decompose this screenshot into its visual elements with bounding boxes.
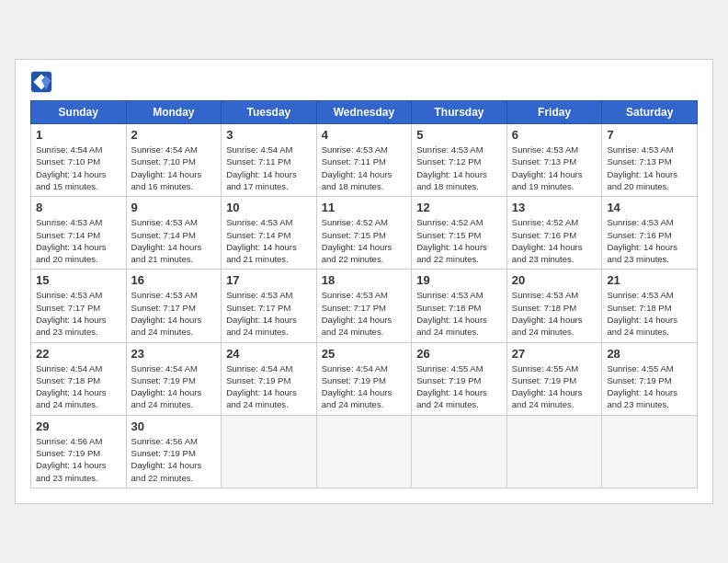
calendar-day-cell: 8 Sunrise: 4:53 AMSunset: 7:14 PMDayligh…	[31, 197, 127, 270]
calendar-day-cell: 14 Sunrise: 4:53 AMSunset: 7:16 PMDaylig…	[602, 197, 698, 270]
calendar-day-cell: 4 Sunrise: 4:53 AMSunset: 7:11 PMDayligh…	[316, 124, 412, 197]
calendar-day-cell: 3 Sunrise: 4:54 AMSunset: 7:11 PMDayligh…	[222, 124, 317, 197]
logo-icon	[30, 71, 52, 93]
day-info: Sunrise: 4:53 AMSunset: 7:17 PMDaylight:…	[226, 289, 312, 338]
day-number: 29	[36, 419, 121, 433]
calendar-day-cell: 17 Sunrise: 4:53 AMSunset: 7:17 PMDaylig…	[222, 270, 317, 342]
day-number: 10	[226, 201, 312, 214]
day-info: Sunrise: 4:52 AMSunset: 7:16 PMDaylight:…	[512, 216, 597, 265]
day-info: Sunrise: 4:53 AMSunset: 7:18 PMDaylight:…	[607, 289, 692, 338]
day-info: Sunrise: 4:54 AMSunset: 7:18 PMDaylight:…	[36, 362, 121, 411]
day-number: 4	[322, 128, 407, 142]
day-of-week-header: Friday	[506, 101, 602, 124]
day-number: 14	[607, 201, 692, 214]
calendar-day-cell: 9 Sunrise: 4:53 AMSunset: 7:14 PMDayligh…	[126, 197, 222, 270]
day-info: Sunrise: 4:52 AMSunset: 7:15 PMDaylight:…	[416, 216, 502, 265]
day-number: 22	[36, 347, 121, 361]
day-number: 25	[322, 347, 407, 361]
day-number: 9	[131, 201, 217, 214]
calendar-day-cell: 13 Sunrise: 4:52 AMSunset: 7:16 PMDaylig…	[506, 197, 602, 270]
day-number: 28	[607, 347, 692, 361]
calendar-day-cell: 22 Sunrise: 4:54 AMSunset: 7:18 PMDaylig…	[31, 342, 127, 415]
day-number: 3	[226, 128, 312, 142]
day-number: 16	[131, 273, 217, 287]
calendar-day-cell	[222, 415, 317, 488]
day-number: 27	[512, 347, 597, 361]
calendar-day-cell	[412, 415, 507, 488]
day-info: Sunrise: 4:52 AMSunset: 7:15 PMDaylight:…	[322, 216, 407, 265]
day-info: Sunrise: 4:54 AMSunset: 7:19 PMDaylight:…	[226, 362, 312, 411]
calendar-week-row: 1 Sunrise: 4:54 AMSunset: 7:10 PMDayligh…	[31, 124, 698, 197]
day-info: Sunrise: 4:55 AMSunset: 7:19 PMDaylight:…	[607, 362, 692, 411]
calendar-day-cell: 23 Sunrise: 4:54 AMSunset: 7:19 PMDaylig…	[126, 342, 222, 415]
calendar-day-cell: 18 Sunrise: 4:53 AMSunset: 7:17 PMDaylig…	[316, 270, 412, 342]
calendar-day-cell: 24 Sunrise: 4:54 AMSunset: 7:19 PMDaylig…	[222, 342, 317, 415]
day-number: 2	[131, 128, 217, 142]
day-info: Sunrise: 4:53 AMSunset: 7:13 PMDaylight:…	[512, 144, 597, 192]
day-info: Sunrise: 4:53 AMSunset: 7:16 PMDaylight:…	[607, 216, 692, 265]
day-info: Sunrise: 4:55 AMSunset: 7:19 PMDaylight:…	[512, 362, 597, 411]
day-info: Sunrise: 4:53 AMSunset: 7:13 PMDaylight:…	[607, 144, 692, 192]
day-info: Sunrise: 4:54 AMSunset: 7:11 PMDaylight:…	[226, 144, 312, 192]
day-info: Sunrise: 4:53 AMSunset: 7:12 PMDaylight:…	[416, 144, 502, 192]
day-info: Sunrise: 4:53 AMSunset: 7:18 PMDaylight:…	[512, 289, 597, 338]
calendar-day-cell: 11 Sunrise: 4:52 AMSunset: 7:15 PMDaylig…	[316, 197, 412, 270]
calendar-day-cell: 5 Sunrise: 4:53 AMSunset: 7:12 PMDayligh…	[412, 124, 507, 197]
calendar-day-cell: 12 Sunrise: 4:52 AMSunset: 7:15 PMDaylig…	[412, 197, 507, 270]
calendar-grid: SundayMondayTuesdayWednesdayThursdayFrid…	[30, 100, 698, 488]
day-info: Sunrise: 4:53 AMSunset: 7:14 PMDaylight:…	[131, 216, 217, 265]
day-of-week-header: Sunday	[31, 101, 127, 124]
day-info: Sunrise: 4:56 AMSunset: 7:19 PMDaylight:…	[131, 435, 217, 484]
calendar-day-cell: 30 Sunrise: 4:56 AMSunset: 7:19 PMDaylig…	[126, 415, 222, 488]
calendar-week-row: 15 Sunrise: 4:53 AMSunset: 7:17 PMDaylig…	[31, 270, 698, 342]
calendar-day-cell	[602, 415, 698, 488]
calendar-day-cell	[506, 415, 602, 488]
calendar-container: SundayMondayTuesdayWednesdayThursdayFrid…	[15, 59, 713, 504]
calendar-day-cell: 15 Sunrise: 4:53 AMSunset: 7:17 PMDaylig…	[31, 270, 127, 342]
day-number: 19	[416, 273, 502, 287]
calendar-day-cell: 25 Sunrise: 4:54 AMSunset: 7:19 PMDaylig…	[316, 342, 412, 415]
day-of-week-header: Wednesday	[316, 101, 412, 124]
day-info: Sunrise: 4:56 AMSunset: 7:19 PMDaylight:…	[36, 435, 121, 484]
logo	[30, 71, 56, 93]
day-number: 30	[131, 419, 217, 433]
day-of-week-header: Tuesday	[222, 101, 317, 124]
day-number: 6	[512, 128, 597, 142]
day-number: 1	[36, 128, 121, 142]
calendar-week-row: 22 Sunrise: 4:54 AMSunset: 7:18 PMDaylig…	[31, 342, 698, 415]
day-number: 7	[607, 128, 692, 142]
calendar-day-cell: 26 Sunrise: 4:55 AMSunset: 7:19 PMDaylig…	[412, 342, 507, 415]
calendar-day-cell	[316, 415, 412, 488]
day-number: 24	[226, 347, 312, 361]
calendar-day-cell: 29 Sunrise: 4:56 AMSunset: 7:19 PMDaylig…	[31, 415, 127, 488]
day-info: Sunrise: 4:53 AMSunset: 7:14 PMDaylight:…	[226, 216, 312, 265]
day-info: Sunrise: 4:54 AMSunset: 7:10 PMDaylight:…	[131, 144, 217, 192]
calendar-week-row: 8 Sunrise: 4:53 AMSunset: 7:14 PMDayligh…	[31, 197, 698, 270]
day-info: Sunrise: 4:53 AMSunset: 7:18 PMDaylight:…	[416, 289, 502, 338]
day-number: 23	[131, 347, 217, 361]
day-number: 18	[322, 273, 407, 287]
day-info: Sunrise: 4:54 AMSunset: 7:19 PMDaylight:…	[131, 362, 217, 411]
calendar-day-cell: 19 Sunrise: 4:53 AMSunset: 7:18 PMDaylig…	[412, 270, 507, 342]
day-info: Sunrise: 4:53 AMSunset: 7:17 PMDaylight:…	[36, 289, 121, 338]
day-info: Sunrise: 4:54 AMSunset: 7:19 PMDaylight:…	[322, 362, 407, 411]
day-number: 8	[36, 201, 121, 214]
day-number: 15	[36, 273, 121, 287]
calendar-header	[30, 71, 698, 93]
calendar-day-cell: 20 Sunrise: 4:53 AMSunset: 7:18 PMDaylig…	[506, 270, 602, 342]
day-info: Sunrise: 4:53 AMSunset: 7:14 PMDaylight:…	[36, 216, 121, 265]
day-number: 20	[512, 273, 597, 287]
calendar-day-cell: 21 Sunrise: 4:53 AMSunset: 7:18 PMDaylig…	[602, 270, 698, 342]
calendar-day-cell: 10 Sunrise: 4:53 AMSunset: 7:14 PMDaylig…	[222, 197, 317, 270]
day-info: Sunrise: 4:54 AMSunset: 7:10 PMDaylight:…	[36, 144, 121, 192]
calendar-day-cell: 2 Sunrise: 4:54 AMSunset: 7:10 PMDayligh…	[126, 124, 222, 197]
day-number: 12	[416, 201, 502, 214]
day-info: Sunrise: 4:53 AMSunset: 7:11 PMDaylight:…	[322, 144, 407, 192]
day-number: 21	[607, 273, 692, 287]
day-header-row: SundayMondayTuesdayWednesdayThursdayFrid…	[31, 101, 698, 124]
day-of-week-header: Monday	[126, 101, 222, 124]
day-number: 5	[416, 128, 502, 142]
day-of-week-header: Saturday	[602, 101, 698, 124]
calendar-day-cell: 27 Sunrise: 4:55 AMSunset: 7:19 PMDaylig…	[506, 342, 602, 415]
day-number: 13	[512, 201, 597, 214]
